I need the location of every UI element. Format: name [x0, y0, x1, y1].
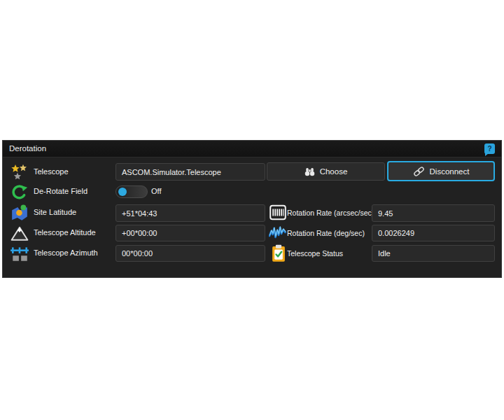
derotate-toggle[interactable] — [115, 186, 148, 198]
telescope-altitude-field[interactable]: +00*00:00 — [115, 225, 265, 241]
telescope-altitude-label: Telescope Altitude — [34, 228, 96, 237]
map-marker-icon — [10, 204, 29, 222]
derotate-field-label: De-Rotate Field — [34, 187, 88, 195]
rotate-icon — [10, 183, 28, 201]
disconnect-button-label: Disconnect — [430, 167, 470, 176]
telescope-label: Telescope — [34, 167, 69, 176]
derotation-panel: Derotation ? Telescope De-Rotate Field S… — [2, 140, 502, 278]
panel-title: Derotation — [9, 144, 46, 153]
stars-icon — [10, 163, 29, 181]
site-latitude-label: Site Latitude — [34, 208, 76, 216]
telescope-status-field[interactable]: Idle — [372, 245, 495, 262]
panel-titlebar: Derotation ? — [3, 141, 501, 158]
rotation-rate-arcsec-field[interactable]: 9.45 — [372, 204, 495, 222]
rotation-rate-deg-label: Rotation Rate (deg/sec) — [287, 229, 365, 237]
derotate-toggle-state: Off — [151, 187, 161, 195]
rotation-rate-deg-field[interactable]: 0.0026249 — [372, 225, 495, 241]
barcode-icon — [270, 204, 286, 220]
rotation-rate-arcsec-label: Rotation Rate (arcsec/sec) — [287, 209, 374, 217]
clipboard-check-icon — [270, 244, 287, 262]
help-icon[interactable]: ? — [484, 144, 495, 154]
azimuth-ruler-icon — [10, 245, 29, 262]
telescope-azimuth-label: Telescope Azimuth — [34, 248, 98, 257]
site-latitude-field[interactable]: +51*04:43 — [115, 204, 265, 222]
mountain-icon — [10, 225, 29, 241]
waveform-icon — [269, 225, 287, 241]
telescope-azimuth-field[interactable]: 00*00:00 — [115, 245, 265, 262]
toggle-knob — [118, 188, 127, 196]
telescope-driver-field[interactable]: ASCOM.Simulator.Telescope — [115, 163, 265, 181]
disconnect-button[interactable]: Disconnect — [387, 161, 495, 181]
choose-button[interactable]: Choose — [267, 162, 385, 181]
binoculars-icon — [304, 167, 315, 176]
choose-button-label: Choose — [320, 167, 348, 176]
link-icon — [413, 167, 425, 176]
telescope-status-label: Telescope Status — [287, 249, 343, 258]
